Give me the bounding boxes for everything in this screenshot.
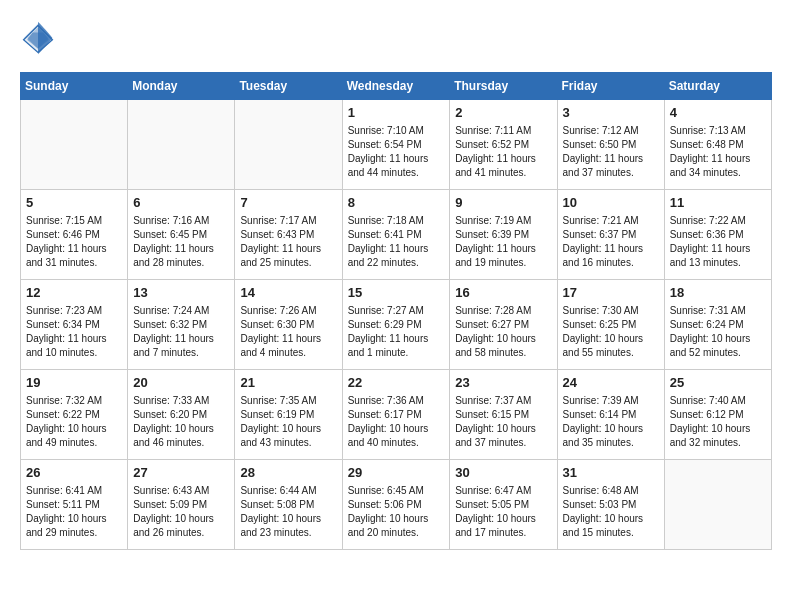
calendar-cell: 3Sunrise: 7:12 AM Sunset: 6:50 PM Daylig… — [557, 100, 664, 190]
calendar-cell: 29Sunrise: 6:45 AM Sunset: 5:06 PM Dayli… — [342, 460, 450, 550]
calendar-cell: 25Sunrise: 7:40 AM Sunset: 6:12 PM Dayli… — [664, 370, 771, 460]
day-number: 26 — [26, 464, 122, 482]
day-number: 5 — [26, 194, 122, 212]
day-header-wednesday: Wednesday — [342, 73, 450, 100]
calendar-cell — [664, 460, 771, 550]
day-info: Sunrise: 7:26 AM Sunset: 6:30 PM Dayligh… — [240, 304, 336, 360]
day-number: 19 — [26, 374, 122, 392]
day-number: 4 — [670, 104, 766, 122]
calendar-cell: 9Sunrise: 7:19 AM Sunset: 6:39 PM Daylig… — [450, 190, 557, 280]
logo — [20, 20, 62, 56]
day-info: Sunrise: 7:40 AM Sunset: 6:12 PM Dayligh… — [670, 394, 766, 450]
day-number: 23 — [455, 374, 551, 392]
day-header-sunday: Sunday — [21, 73, 128, 100]
day-header-saturday: Saturday — [664, 73, 771, 100]
day-header-thursday: Thursday — [450, 73, 557, 100]
day-number: 10 — [563, 194, 659, 212]
day-info: Sunrise: 7:16 AM Sunset: 6:45 PM Dayligh… — [133, 214, 229, 270]
day-info: Sunrise: 7:31 AM Sunset: 6:24 PM Dayligh… — [670, 304, 766, 360]
day-number: 27 — [133, 464, 229, 482]
calendar-cell: 6Sunrise: 7:16 AM Sunset: 6:45 PM Daylig… — [128, 190, 235, 280]
day-info: Sunrise: 7:39 AM Sunset: 6:14 PM Dayligh… — [563, 394, 659, 450]
day-info: Sunrise: 7:28 AM Sunset: 6:27 PM Dayligh… — [455, 304, 551, 360]
day-number: 14 — [240, 284, 336, 302]
calendar-cell: 22Sunrise: 7:36 AM Sunset: 6:17 PM Dayli… — [342, 370, 450, 460]
day-info: Sunrise: 7:21 AM Sunset: 6:37 PM Dayligh… — [563, 214, 659, 270]
header — [20, 20, 772, 56]
calendar-cell: 28Sunrise: 6:44 AM Sunset: 5:08 PM Dayli… — [235, 460, 342, 550]
calendar-cell: 19Sunrise: 7:32 AM Sunset: 6:22 PM Dayli… — [21, 370, 128, 460]
day-info: Sunrise: 7:10 AM Sunset: 6:54 PM Dayligh… — [348, 124, 445, 180]
calendar-cell: 17Sunrise: 7:30 AM Sunset: 6:25 PM Dayli… — [557, 280, 664, 370]
calendar-cell: 14Sunrise: 7:26 AM Sunset: 6:30 PM Dayli… — [235, 280, 342, 370]
day-number: 13 — [133, 284, 229, 302]
day-info: Sunrise: 6:48 AM Sunset: 5:03 PM Dayligh… — [563, 484, 659, 540]
day-info: Sunrise: 6:45 AM Sunset: 5:06 PM Dayligh… — [348, 484, 445, 540]
day-info: Sunrise: 6:44 AM Sunset: 5:08 PM Dayligh… — [240, 484, 336, 540]
day-info: Sunrise: 7:19 AM Sunset: 6:39 PM Dayligh… — [455, 214, 551, 270]
day-info: Sunrise: 7:15 AM Sunset: 6:46 PM Dayligh… — [26, 214, 122, 270]
calendar-cell: 4Sunrise: 7:13 AM Sunset: 6:48 PM Daylig… — [664, 100, 771, 190]
day-number: 24 — [563, 374, 659, 392]
calendar-cell: 31Sunrise: 6:48 AM Sunset: 5:03 PM Dayli… — [557, 460, 664, 550]
day-info: Sunrise: 7:30 AM Sunset: 6:25 PM Dayligh… — [563, 304, 659, 360]
day-number: 20 — [133, 374, 229, 392]
day-info: Sunrise: 6:41 AM Sunset: 5:11 PM Dayligh… — [26, 484, 122, 540]
day-info: Sunrise: 7:24 AM Sunset: 6:32 PM Dayligh… — [133, 304, 229, 360]
day-number: 30 — [455, 464, 551, 482]
calendar-cell — [235, 100, 342, 190]
day-info: Sunrise: 7:23 AM Sunset: 6:34 PM Dayligh… — [26, 304, 122, 360]
day-info: Sunrise: 7:35 AM Sunset: 6:19 PM Dayligh… — [240, 394, 336, 450]
calendar-cell: 23Sunrise: 7:37 AM Sunset: 6:15 PM Dayli… — [450, 370, 557, 460]
calendar-cell: 27Sunrise: 6:43 AM Sunset: 5:09 PM Dayli… — [128, 460, 235, 550]
day-info: Sunrise: 7:18 AM Sunset: 6:41 PM Dayligh… — [348, 214, 445, 270]
calendar-cell: 13Sunrise: 7:24 AM Sunset: 6:32 PM Dayli… — [128, 280, 235, 370]
day-number: 11 — [670, 194, 766, 212]
day-header-monday: Monday — [128, 73, 235, 100]
calendar-week-row: 1Sunrise: 7:10 AM Sunset: 6:54 PM Daylig… — [21, 100, 772, 190]
calendar-cell: 21Sunrise: 7:35 AM Sunset: 6:19 PM Dayli… — [235, 370, 342, 460]
day-info: Sunrise: 7:17 AM Sunset: 6:43 PM Dayligh… — [240, 214, 336, 270]
day-number: 1 — [348, 104, 445, 122]
calendar-cell: 20Sunrise: 7:33 AM Sunset: 6:20 PM Dayli… — [128, 370, 235, 460]
day-number: 15 — [348, 284, 445, 302]
day-info: Sunrise: 7:13 AM Sunset: 6:48 PM Dayligh… — [670, 124, 766, 180]
calendar: SundayMondayTuesdayWednesdayThursdayFrid… — [20, 72, 772, 550]
calendar-cell: 24Sunrise: 7:39 AM Sunset: 6:14 PM Dayli… — [557, 370, 664, 460]
day-info: Sunrise: 7:32 AM Sunset: 6:22 PM Dayligh… — [26, 394, 122, 450]
day-number: 18 — [670, 284, 766, 302]
calendar-cell: 16Sunrise: 7:28 AM Sunset: 6:27 PM Dayli… — [450, 280, 557, 370]
calendar-cell: 8Sunrise: 7:18 AM Sunset: 6:41 PM Daylig… — [342, 190, 450, 280]
day-number: 31 — [563, 464, 659, 482]
day-number: 12 — [26, 284, 122, 302]
day-info: Sunrise: 7:11 AM Sunset: 6:52 PM Dayligh… — [455, 124, 551, 180]
calendar-cell: 11Sunrise: 7:22 AM Sunset: 6:36 PM Dayli… — [664, 190, 771, 280]
day-info: Sunrise: 6:43 AM Sunset: 5:09 PM Dayligh… — [133, 484, 229, 540]
logo-icon — [20, 20, 56, 56]
calendar-cell: 7Sunrise: 7:17 AM Sunset: 6:43 PM Daylig… — [235, 190, 342, 280]
calendar-cell: 18Sunrise: 7:31 AM Sunset: 6:24 PM Dayli… — [664, 280, 771, 370]
calendar-week-row: 5Sunrise: 7:15 AM Sunset: 6:46 PM Daylig… — [21, 190, 772, 280]
day-info: Sunrise: 7:33 AM Sunset: 6:20 PM Dayligh… — [133, 394, 229, 450]
day-number: 9 — [455, 194, 551, 212]
day-number: 21 — [240, 374, 336, 392]
calendar-cell — [128, 100, 235, 190]
calendar-week-row: 12Sunrise: 7:23 AM Sunset: 6:34 PM Dayli… — [21, 280, 772, 370]
day-number: 2 — [455, 104, 551, 122]
day-info: Sunrise: 6:47 AM Sunset: 5:05 PM Dayligh… — [455, 484, 551, 540]
day-number: 6 — [133, 194, 229, 212]
calendar-cell: 26Sunrise: 6:41 AM Sunset: 5:11 PM Dayli… — [21, 460, 128, 550]
day-number: 25 — [670, 374, 766, 392]
calendar-cell: 2Sunrise: 7:11 AM Sunset: 6:52 PM Daylig… — [450, 100, 557, 190]
calendar-cell: 5Sunrise: 7:15 AM Sunset: 6:46 PM Daylig… — [21, 190, 128, 280]
day-number: 17 — [563, 284, 659, 302]
day-info: Sunrise: 7:22 AM Sunset: 6:36 PM Dayligh… — [670, 214, 766, 270]
day-info: Sunrise: 7:36 AM Sunset: 6:17 PM Dayligh… — [348, 394, 445, 450]
day-number: 8 — [348, 194, 445, 212]
day-header-friday: Friday — [557, 73, 664, 100]
calendar-cell: 1Sunrise: 7:10 AM Sunset: 6:54 PM Daylig… — [342, 100, 450, 190]
day-number: 22 — [348, 374, 445, 392]
calendar-cell: 10Sunrise: 7:21 AM Sunset: 6:37 PM Dayli… — [557, 190, 664, 280]
day-number: 3 — [563, 104, 659, 122]
calendar-cell: 12Sunrise: 7:23 AM Sunset: 6:34 PM Dayli… — [21, 280, 128, 370]
